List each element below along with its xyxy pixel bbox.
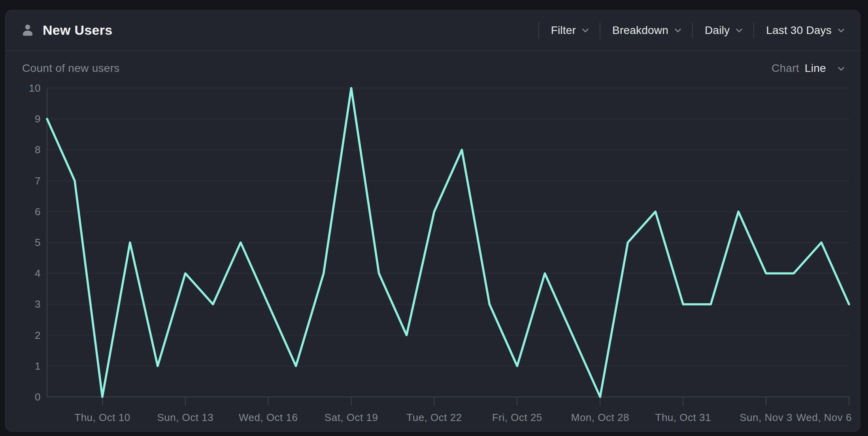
x-axis-tick-label: Thu, Oct 10 xyxy=(74,412,130,423)
y-axis-tick-label: 10 xyxy=(29,82,41,94)
chart-type-value: Line xyxy=(805,62,826,75)
widget-title-group: New Users xyxy=(21,23,113,38)
x-axis-tick-label: Tue, Oct 22 xyxy=(406,412,462,423)
y-axis-tick-label: 9 xyxy=(35,113,41,125)
widget-controls: Filter Breakdown Daily Last 30 Days xyxy=(538,22,844,39)
x-axis-tick-label: Thu, Oct 31 xyxy=(655,412,711,423)
chart-subheader: Count of new users Chart Line xyxy=(22,62,843,75)
filter-dropdown-label: Filter xyxy=(551,24,576,37)
chevron-down-icon xyxy=(838,26,845,33)
widget-title: New Users xyxy=(43,23,113,38)
date-range-dropdown-label: Last 30 Days xyxy=(766,24,832,37)
x-axis-tick-label: Sat, Oct 19 xyxy=(325,412,378,423)
y-axis-tick-label: 5 xyxy=(35,237,41,248)
x-axis-tick-label: Sun, Oct 13 xyxy=(157,412,213,423)
filter-dropdown[interactable]: Filter xyxy=(539,24,600,37)
chart-subtitle: Count of new users xyxy=(22,62,120,75)
y-axis-tick-label: 3 xyxy=(35,298,41,310)
x-axis-tick-label: Fri, Oct 25 xyxy=(492,412,542,423)
y-axis-tick-label: 0 xyxy=(35,391,41,403)
x-axis-tick-label: Mon, Oct 28 xyxy=(571,412,629,423)
user-icon xyxy=(21,24,34,37)
y-axis-tick-label: 4 xyxy=(35,267,41,279)
granularity-dropdown[interactable]: Daily xyxy=(693,24,753,37)
y-axis-tick-label: 1 xyxy=(35,360,41,372)
chevron-down-icon xyxy=(838,64,845,71)
chart-canvas[interactable]: 012345678910Thu, Oct 10Sun, Oct 13Wed, O… xyxy=(0,75,868,436)
chart-type-dropdown[interactable]: Chart Line xyxy=(772,62,843,75)
x-axis-tick-label: Wed, Oct 16 xyxy=(239,412,298,423)
widget-header: New Users Filter Breakdown Daily Last 30… xyxy=(6,10,860,51)
dashboard-page: { "widget": { "title": "New Users" }, "h… xyxy=(0,0,868,436)
x-axis-tick-label: Wed, Nov 6 xyxy=(796,412,852,423)
x-axis-tick-label: Sun, Nov 3 xyxy=(740,412,793,423)
chevron-down-icon xyxy=(582,26,589,33)
chevron-down-icon xyxy=(674,26,681,33)
chart-type-label: Chart xyxy=(772,62,799,75)
y-axis-tick-label: 6 xyxy=(35,206,41,218)
breakdown-dropdown-label: Breakdown xyxy=(612,24,668,37)
date-range-dropdown[interactable]: Last 30 Days xyxy=(754,24,844,37)
y-axis-tick-label: 2 xyxy=(35,329,41,341)
y-axis-tick-label: 8 xyxy=(35,144,41,156)
granularity-dropdown-label: Daily xyxy=(705,24,730,37)
chevron-down-icon xyxy=(736,26,743,33)
y-axis-tick-label: 7 xyxy=(35,175,41,187)
breakdown-dropdown[interactable]: Breakdown xyxy=(600,24,692,37)
